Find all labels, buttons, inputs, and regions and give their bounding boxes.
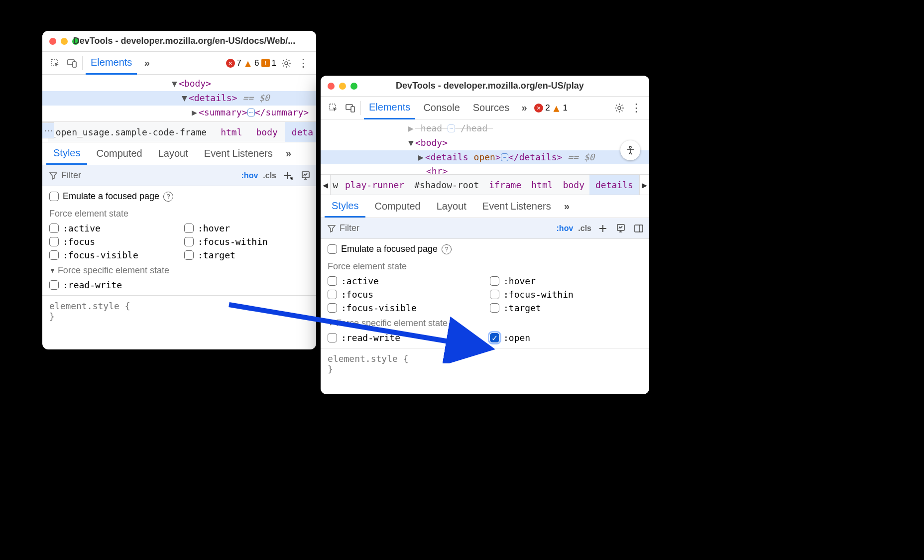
subtab-styles[interactable]: Styles (325, 195, 365, 218)
state-read-write-checkbox[interactable] (328, 333, 337, 342)
element-style-rule[interactable]: element.style { } (321, 348, 649, 374)
settings-gear-icon[interactable] (279, 56, 293, 70)
accessibility-icon[interactable] (620, 140, 640, 160)
crumb-details[interactable]: details (589, 175, 639, 195)
computed-sidebar-icon[interactable] (632, 222, 645, 235)
state-focus-visible-checkbox[interactable] (49, 250, 59, 260)
emulate-focused-checkbox[interactable] (328, 244, 337, 254)
toggle-hov[interactable]: :hov (557, 224, 574, 233)
breadcrumb[interactable]: ◀ w play-runner #shadow-root iframe html… (321, 174, 649, 195)
ellipsis-badge-icon[interactable]: ⋯ (247, 109, 255, 116)
crumb-body[interactable]: body (249, 127, 284, 137)
subtab-layout[interactable]: Layout (430, 195, 473, 218)
state-hover-checkbox[interactable] (490, 276, 499, 286)
dom-body-tag[interactable]: <body> (415, 137, 448, 148)
subtab-event-listeners[interactable]: Event Listeners (197, 142, 280, 165)
crumb-scroll-left-icon[interactable]: ◀ (321, 175, 331, 195)
kebab-menu-icon[interactable]: ⋮ (629, 101, 643, 115)
crumb-html[interactable]: html (214, 127, 249, 137)
element-style-rule[interactable]: element.style { } (42, 295, 316, 322)
device-toggle-icon[interactable] (65, 56, 79, 70)
crumb-clip[interactable]: w (331, 180, 340, 190)
state-focus-checkbox[interactable] (328, 290, 337, 299)
settings-gear-icon[interactable] (612, 101, 626, 115)
crumb-shadow-root[interactable]: #shadow-root (409, 180, 484, 190)
force-specific-toggle[interactable]: ▼ Force specific element state (328, 318, 642, 329)
dom-selected-line[interactable]: ▼<details> == $0 (42, 91, 316, 106)
subtab-event-listeners[interactable]: Event Listeners (475, 195, 558, 218)
help-icon[interactable]: ? (442, 244, 452, 254)
issues-summary[interactable]: ✕ 2 ▲ 1 (534, 103, 568, 113)
panel-tab-elements[interactable]: Elements (364, 97, 415, 119)
crumb-details[interactable]: deta (285, 122, 316, 142)
inspect-icon[interactable] (327, 101, 341, 115)
close-window-icon[interactable] (49, 38, 56, 45)
crumb-html[interactable]: html (526, 180, 558, 190)
crumb-play-runner[interactable]: play-runner (340, 180, 409, 190)
more-subtabs-icon[interactable]: » (560, 200, 574, 214)
filter-bar: Filter :hov .cls (321, 218, 649, 239)
info-icon: ! (261, 59, 270, 67)
more-subtabs-icon[interactable]: » (282, 147, 296, 161)
filter-input[interactable]: Filter (46, 170, 236, 181)
state-focus-within-checkbox[interactable] (490, 290, 499, 299)
svg-point-3 (285, 62, 288, 65)
device-toggle-icon[interactable] (344, 101, 357, 115)
dom-body-tag[interactable]: <body> (179, 78, 211, 89)
crumb-body[interactable]: body (558, 180, 589, 190)
crumb-scroll-right-icon[interactable]: ▶ (639, 175, 649, 195)
issues-summary[interactable]: ✕ 7 ▲ 6 ! 1 (226, 58, 276, 68)
panel-tab-elements[interactable]: Elements (86, 52, 137, 75)
warning-count: 6 (254, 58, 259, 68)
ellipsis-badge-icon[interactable]: ⋯ (501, 153, 508, 161)
warning-icon: ▲ (243, 59, 252, 68)
filter-bar: Filter :hov .cls (42, 165, 316, 186)
state-hover-checkbox[interactable] (184, 224, 194, 233)
inspect-icon[interactable] (48, 56, 62, 70)
rendering-icon[interactable] (299, 169, 312, 182)
warning-count: 1 (563, 103, 568, 113)
state-open-checkbox[interactable]: ✓ (490, 333, 499, 342)
state-active-checkbox[interactable] (328, 276, 337, 286)
rendering-icon[interactable] (614, 222, 627, 235)
more-tabs-icon[interactable]: » (517, 101, 531, 115)
subtab-layout[interactable]: Layout (151, 142, 195, 165)
force-specific-toggle[interactable]: ▼ Force specific element state (49, 265, 309, 276)
svg-rect-11 (635, 225, 643, 232)
devtools-toolbar: Elements » ✕ 7 ▲ 6 ! 1 ⋮ (42, 52, 316, 75)
help-icon[interactable]: ? (163, 192, 173, 202)
state-read-write-checkbox[interactable] (49, 280, 59, 290)
dom-tree[interactable]: ▼<body> ▼<details> == $0 ▶<summary>⋯</su… (42, 75, 316, 121)
crumb-iframe[interactable]: iframe (484, 180, 526, 190)
toggle-cls[interactable]: .cls (578, 224, 591, 233)
ellipsis-badge-icon[interactable]: ⋯ (448, 124, 455, 132)
state-focus-visible-checkbox[interactable] (328, 303, 337, 313)
state-focus-within-checkbox[interactable] (184, 237, 194, 246)
more-tabs-icon[interactable]: » (140, 56, 154, 70)
panel-tab-console[interactable]: Console (418, 102, 464, 113)
crumb-frame[interactable]: _open_usage.sample-code-frame (48, 127, 214, 137)
gutter-overflow-icon[interactable]: ⋯ (42, 122, 54, 138)
dom-tree[interactable]: ▶ head ⋯ /head ▼<body> ▶<details open>⋯<… (321, 119, 649, 174)
emulate-focused-checkbox[interactable] (49, 192, 59, 201)
new-rule-icon[interactable] (596, 222, 609, 235)
warning-icon: ▲ (552, 104, 561, 112)
new-rule-icon[interactable] (281, 169, 294, 182)
toggle-hov[interactable]: :hov (241, 171, 258, 180)
filter-input[interactable]: Filter (325, 223, 552, 233)
breadcrumb[interactable]: ◀ _open_usage.sample-code-frame html bod… (42, 121, 316, 142)
svg-point-9 (629, 146, 631, 148)
state-target-checkbox[interactable] (490, 303, 499, 313)
kebab-menu-icon[interactable]: ⋮ (296, 56, 310, 70)
state-active-checkbox[interactable] (49, 224, 59, 233)
subtab-computed[interactable]: Computed (367, 195, 427, 218)
state-target-checkbox[interactable] (184, 250, 194, 260)
state-focus-checkbox[interactable] (49, 237, 59, 246)
subtab-computed[interactable]: Computed (89, 142, 149, 165)
dom-selected-line[interactable]: ▶<details open>⋯</details> == $0 (321, 150, 649, 165)
panel-tab-sources[interactable]: Sources (468, 102, 514, 113)
close-window-icon[interactable] (328, 83, 335, 90)
subtab-styles[interactable]: Styles (46, 142, 87, 165)
toggle-cls[interactable]: .cls (263, 171, 276, 180)
error-icon: ✕ (534, 104, 543, 112)
